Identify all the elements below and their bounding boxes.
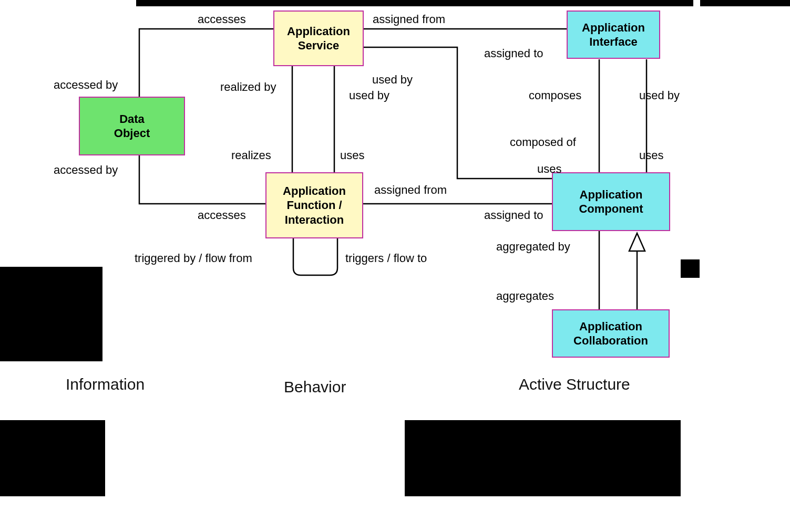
label-used-by-3: used by xyxy=(639,88,680,103)
label-used-by-2: used by xyxy=(349,88,389,103)
label-accessed-by-top: accessed by xyxy=(54,78,118,93)
black-strip-bot-1 xyxy=(0,267,102,361)
label-composes: composes xyxy=(529,88,581,103)
black-strip-top-1 xyxy=(136,0,693,6)
label-composed-of: composed of xyxy=(510,135,576,150)
category-active-structure: Active Structure xyxy=(519,375,630,393)
label-triggered-by: triggered by / flow from xyxy=(135,251,252,266)
label-assigned-to-2: assigned to xyxy=(484,208,543,223)
black-strip-top-2 xyxy=(700,0,790,6)
label-accessed-by-bot: accessed by xyxy=(54,163,118,178)
node-app-interface: ApplicationInterface xyxy=(567,11,660,59)
label-aggregates: aggregates xyxy=(496,289,554,304)
category-behavior: Behavior xyxy=(284,378,346,396)
label-accesses-bot: accesses xyxy=(198,208,246,223)
category-information: Information xyxy=(66,375,145,393)
node-data-object: DataObject xyxy=(79,97,185,155)
node-app-service: ApplicationService xyxy=(273,11,364,66)
label-accesses-top: accesses xyxy=(198,12,246,27)
node-app-component: ApplicationComponent xyxy=(552,172,670,231)
black-strip-bot-3 xyxy=(405,420,681,496)
black-corner-right xyxy=(681,259,700,278)
label-assigned-from-top: assigned from xyxy=(373,12,445,27)
label-uses-mid: uses xyxy=(340,148,364,163)
label-uses-right2: uses xyxy=(537,162,561,177)
node-app-function: ApplicationFunction /Interaction xyxy=(265,172,363,238)
label-realizes: realizes xyxy=(231,148,271,163)
label-assigned-from-2: assigned from xyxy=(374,183,447,198)
node-app-collab: ApplicationCollaboration xyxy=(552,309,670,358)
label-uses-right1: uses xyxy=(639,148,663,163)
label-realized-by: realized by xyxy=(220,80,276,95)
label-aggregated-by: aggregated by xyxy=(496,239,570,255)
svg-marker-0 xyxy=(629,233,645,251)
label-assigned-to-top: assigned to xyxy=(484,46,543,61)
label-triggers: triggers / flow to xyxy=(345,251,427,266)
label-used-by-1: used by xyxy=(372,72,413,88)
black-strip-bot-2 xyxy=(0,420,105,496)
